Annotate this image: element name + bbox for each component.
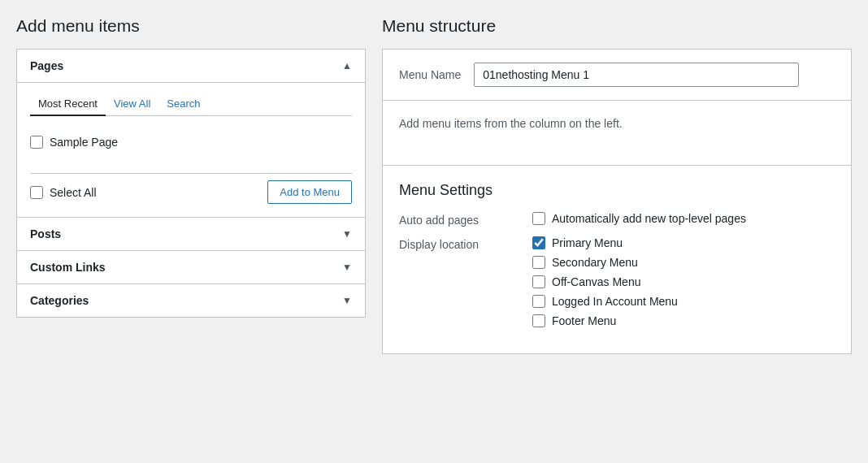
posts-accordion-header[interactable]: Posts ▼ <box>17 218 365 250</box>
menu-structure-panel: Menu structure Menu Name Add menu items … <box>382 16 852 354</box>
left-panel-title: Add menu items <box>16 16 366 36</box>
categories-accordion: Categories ▼ <box>16 284 366 318</box>
auto-add-options: Automatically add new top-level pages <box>532 212 746 227</box>
pages-arrow-icon: ▲ <box>342 60 352 71</box>
logged-in-menu-label[interactable]: Logged In Account Menu <box>552 295 678 308</box>
secondary-menu-label[interactable]: Secondary Menu <box>552 256 638 269</box>
auto-add-label: Auto add pages <box>399 212 513 227</box>
location-logged-in-menu: Logged In Account Menu <box>532 295 678 308</box>
menu-structure-box: Menu Name Add menu items from the column… <box>382 49 852 354</box>
sample-page-checkbox[interactable] <box>30 136 43 149</box>
display-location-row: Display location Primary Menu Secondary … <box>399 236 835 327</box>
auto-add-checkbox[interactable] <box>532 212 545 225</box>
location-primary-menu: Primary Menu <box>532 236 678 249</box>
off-canvas-menu-checkbox[interactable] <box>532 275 545 288</box>
auto-add-option-label[interactable]: Automatically add new top-level pages <box>552 212 746 225</box>
pages-accordion-content: Most Recent View All Search Sample Page … <box>17 82 365 217</box>
location-off-canvas-menu: Off-Canvas Menu <box>532 275 678 288</box>
posts-accordion: Posts ▼ <box>16 218 366 251</box>
menu-instruction: Add menu items from the column on the le… <box>383 101 851 166</box>
tab-search[interactable]: Search <box>158 93 208 116</box>
custom-links-header-label: Custom Links <box>30 261 106 274</box>
pages-accordion-header[interactable]: Pages ▲ <box>17 50 365 82</box>
off-canvas-menu-label[interactable]: Off-Canvas Menu <box>552 275 640 288</box>
logged-in-menu-checkbox[interactable] <box>532 295 545 308</box>
categories-arrow-icon: ▼ <box>342 295 352 306</box>
pages-footer: Select All Add to Menu <box>30 173 352 204</box>
location-footer-menu: Footer Menu <box>532 314 678 327</box>
location-secondary-menu: Secondary Menu <box>532 256 678 269</box>
pages-tabs: Most Recent View All Search <box>30 93 352 116</box>
primary-menu-checkbox[interactable] <box>532 236 545 249</box>
menu-name-input[interactable] <box>474 63 799 87</box>
auto-add-option: Automatically add new top-level pages <box>532 212 746 225</box>
select-all-item: Select All <box>30 183 97 202</box>
tab-view-all[interactable]: View All <box>106 93 158 116</box>
add-menu-items-panel: Add menu items Pages ▲ Most Recent View … <box>16 16 366 318</box>
menu-settings-title: Menu Settings <box>399 182 835 199</box>
menu-name-row: Menu Name <box>383 50 851 101</box>
custom-links-arrow-icon: ▼ <box>342 262 352 273</box>
sample-page-label[interactable]: Sample Page <box>50 136 118 149</box>
footer-menu-checkbox[interactable] <box>532 314 545 327</box>
menu-name-label: Menu Name <box>399 68 461 81</box>
auto-add-row: Auto add pages Automatically add new top… <box>399 212 835 227</box>
select-all-checkbox[interactable] <box>30 186 43 199</box>
pages-checkbox-list: Sample Page <box>30 126 352 167</box>
display-location-label: Display location <box>399 236 513 327</box>
add-to-menu-button[interactable]: Add to Menu <box>267 180 352 204</box>
categories-header-label: Categories <box>30 294 89 307</box>
footer-menu-label[interactable]: Footer Menu <box>552 314 616 327</box>
categories-accordion-header[interactable]: Categories ▼ <box>17 284 365 317</box>
secondary-menu-checkbox[interactable] <box>532 256 545 269</box>
posts-arrow-icon: ▼ <box>342 228 352 240</box>
select-all-label[interactable]: Select All <box>50 186 97 199</box>
primary-menu-label[interactable]: Primary Menu <box>552 236 623 249</box>
pages-header-label: Pages <box>30 59 63 72</box>
list-item: Sample Page <box>30 132 352 152</box>
tab-most-recent[interactable]: Most Recent <box>30 93 106 116</box>
display-location-options: Primary Menu Secondary Menu Off-Canvas M… <box>532 236 678 327</box>
menu-settings: Menu Settings Auto add pages Automatical… <box>383 166 851 353</box>
right-panel-title: Menu structure <box>382 16 852 36</box>
posts-header-label: Posts <box>30 227 61 240</box>
custom-links-accordion-header[interactable]: Custom Links ▼ <box>17 251 365 283</box>
custom-links-accordion: Custom Links ▼ <box>16 251 366 284</box>
pages-accordion: Pages ▲ Most Recent View All Search Samp… <box>16 49 366 218</box>
